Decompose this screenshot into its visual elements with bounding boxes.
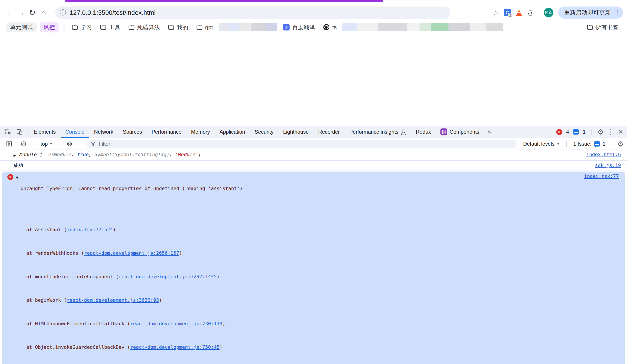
bookmark-item[interactable] xyxy=(64,23,64,31)
log-levels-dropdown[interactable]: Default levels ▼ xyxy=(522,141,562,147)
source-link[interactable]: sdk.js:19 xyxy=(595,162,621,168)
object-preview: Module {__esModule: true, Symbol(Symbol.… xyxy=(20,152,201,157)
home-button[interactable]: ⌂ xyxy=(38,7,49,18)
stack-frame: at Object.invokeGuardedCallbackDev (reac… xyxy=(21,344,243,350)
stack-frames: at Assistant (index.tsx:77:524) at rende… xyxy=(21,203,243,364)
message-count[interactable]: 1 xyxy=(583,129,586,135)
inspect-element-icon[interactable] xyxy=(2,126,14,138)
reload-button[interactable]: ↻ xyxy=(27,7,38,18)
svg-text:译: 译 xyxy=(285,25,288,30)
tab-label: Memory xyxy=(191,129,210,135)
stack-frame: at Assistant (index.tsx:77:524) xyxy=(21,227,243,232)
extensions-puzzle-icon[interactable] xyxy=(527,9,534,16)
source-link[interactable]: index.html:6 xyxy=(586,152,621,157)
stack-source-link[interactable]: react-dom.development.js:2656:157 xyxy=(84,250,179,256)
issues-counter[interactable]: 1 Issue: 1 xyxy=(572,141,607,147)
error-count[interactable]: 4 xyxy=(566,129,569,135)
error-message: Uncaught TypeError: Cannot read properti… xyxy=(21,174,243,364)
translate-extension-icon[interactable]: G xyxy=(504,9,511,16)
page-content xyxy=(0,33,627,126)
more-tabs-icon[interactable]: » xyxy=(484,126,494,138)
context-label: top xyxy=(41,141,48,147)
collapse-triangle-icon[interactable]: ▼ xyxy=(16,175,18,181)
bookmark-item[interactable] xyxy=(218,23,277,31)
devtools-settings-icon[interactable]: ⚙ xyxy=(597,128,604,135)
stack-source-link[interactable]: react-dom.development.js:3297:1445 xyxy=(119,274,217,279)
console-error-selected[interactable]: index.tsx:77 ✕ ▼ Uncaught TypeError: Can… xyxy=(2,172,625,364)
devtools-tabbar-right: ✕ 4 1 ⚙ ⋮ ✕ xyxy=(556,126,627,138)
bookmark-item[interactable] xyxy=(342,23,503,31)
devtools-tab[interactable]: Redux xyxy=(411,126,436,138)
filter-funnel-icon xyxy=(91,142,96,146)
devtools-close-icon[interactable]: ✕ xyxy=(618,129,624,135)
bookmark-item[interactable]: 我的 xyxy=(165,23,191,32)
devtools-tab[interactable]: Memory xyxy=(186,126,215,138)
devtools-tab[interactable]: Lighthouse xyxy=(278,126,313,138)
tabbar-separator xyxy=(591,129,592,135)
error-badge-icon[interactable]: ✕ xyxy=(556,129,562,135)
devtools-tab[interactable]: Performance xyxy=(147,126,186,138)
tabbar-separator xyxy=(27,129,27,135)
bookmark-item[interactable]: gpt xyxy=(194,23,215,32)
stack-source-link[interactable]: react-dom.development.js:730:119 xyxy=(130,321,222,326)
devtools-tab[interactable]: Application xyxy=(215,126,250,138)
bookmark-item[interactable]: 学习 xyxy=(69,23,95,32)
tab-label: Components xyxy=(450,129,479,135)
stack-source-link[interactable]: index.tsx:77:524 xyxy=(67,227,113,232)
bookmark-label: gpt xyxy=(205,24,213,31)
stack-source-link[interactable]: react-dom.development.js:3636:93 xyxy=(67,297,159,303)
profile-avatar[interactable]: 昀鑫 xyxy=(544,8,553,17)
lighthouse-extension-icon[interactable] xyxy=(516,9,522,16)
bookmark-item[interactable]: ts xyxy=(320,23,339,32)
bookmark-item[interactable]: 单元测试 xyxy=(6,22,37,32)
bookmark-item[interactable]: 工具 xyxy=(98,23,123,32)
bookmark-item[interactable]: 死磕算法 xyxy=(126,23,162,32)
bookmark-item[interactable]: 风控 xyxy=(40,22,59,32)
device-toolbar-icon[interactable] xyxy=(14,126,25,138)
window-titlebar xyxy=(0,0,627,3)
update-chrome-button[interactable]: 重新启动即可更新 ⋮ xyxy=(558,6,623,19)
context-selector[interactable]: top ▼ xyxy=(39,141,54,147)
devtools-tab[interactable]: Security xyxy=(250,126,278,138)
devtools-tab[interactable]: Console xyxy=(60,126,89,138)
devtools-tab[interactable]: Network xyxy=(89,126,118,138)
back-button[interactable]: ← xyxy=(4,7,15,18)
tab-label: Lighthouse xyxy=(283,129,309,135)
bookmark-item[interactable]: 译 百度翻译 xyxy=(280,23,317,32)
all-bookmarks-folder[interactable]: 所有书签 xyxy=(584,23,621,32)
console-toolbar: top ▼ Filter Default levels ▼ 1 Issue: 1 xyxy=(0,138,627,150)
bookmark-label: 单元测试 xyxy=(10,23,33,31)
devtools-tab[interactable]: Sources xyxy=(118,126,147,138)
stack-frame: at HTMLUnknownElement.callCallback (reac… xyxy=(21,321,243,326)
browser-menu-icon[interactable]: ⋮ xyxy=(614,9,621,16)
stack-source-link[interactable]: react-dom.development.js:750:45 xyxy=(130,344,220,350)
bookmarks-separator xyxy=(581,23,581,31)
live-expression-eye-icon[interactable] xyxy=(64,141,75,147)
browser-window: ← → ↻ ⌂ ⓘ 127.0.0.1:5500/test/index.html… xyxy=(0,0,627,364)
console-filter-input[interactable]: Filter xyxy=(87,140,517,148)
console-settings-icon[interactable]: ⚙ xyxy=(617,140,624,147)
console-log-row[interactable]: 成功 sdk.js:19 xyxy=(0,161,627,170)
filter-placeholder: Filter xyxy=(99,141,110,147)
devtools-tab[interactable]: Performance insights xyxy=(345,126,411,138)
devtools-menu-icon[interactable]: ⋮ xyxy=(608,129,614,135)
log-text: 成功 xyxy=(13,162,23,168)
error-header: Uncaught TypeError: Cannot read properti… xyxy=(21,186,243,191)
bookmark-icon xyxy=(72,25,78,30)
devtools-tab[interactable]: Recorder xyxy=(314,126,345,138)
clear-console-icon[interactable] xyxy=(18,141,29,147)
devtools-tab[interactable]: Components xyxy=(436,126,484,138)
console-sidebar-icon[interactable] xyxy=(3,141,15,147)
source-link[interactable]: index.tsx:77 xyxy=(584,173,619,179)
message-badge-icon[interactable] xyxy=(573,129,579,135)
console-log-row[interactable]: ▶ Module {__esModule: true, Symbol(Symbo… xyxy=(0,150,627,161)
address-bar[interactable]: ⓘ 127.0.0.1:5500/test/index.html xyxy=(55,6,450,19)
expand-triangle-icon[interactable]: ▶ xyxy=(13,153,16,158)
bookmark-label: 死磕算法 xyxy=(137,23,160,31)
forward-button[interactable]: → xyxy=(15,7,27,18)
bookmarks-list: 单元测试 风控 学习 工具 xyxy=(6,22,503,32)
url-text[interactable]: 127.0.0.1:5500/test/index.html xyxy=(70,9,156,16)
devtools-tab[interactable]: Elements xyxy=(29,126,60,138)
bookmark-star-icon[interactable]: ☆ xyxy=(493,8,499,17)
site-info-icon[interactable]: ⓘ xyxy=(60,8,66,17)
